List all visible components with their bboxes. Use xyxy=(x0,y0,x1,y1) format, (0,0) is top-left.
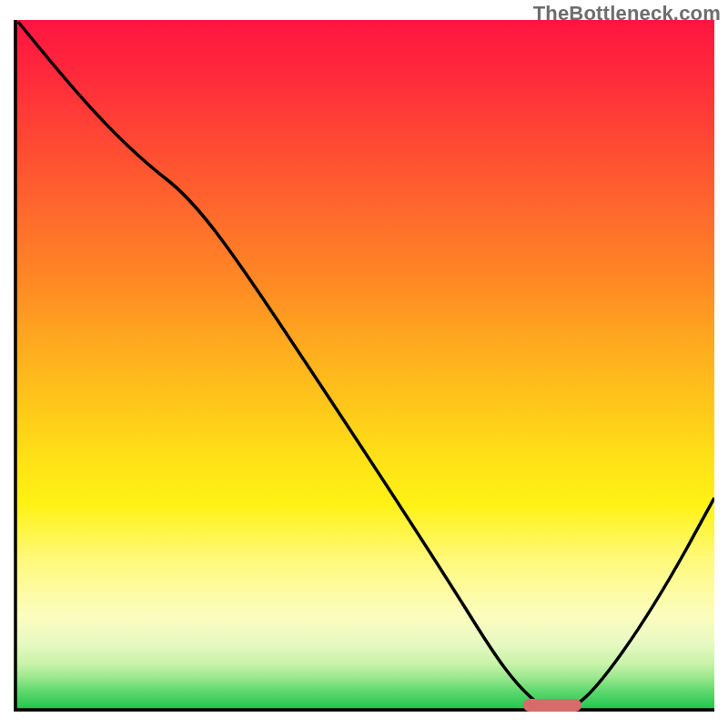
chart-svg xyxy=(14,20,714,712)
watermark-label: TheBottleneck.com xyxy=(533,2,721,25)
bottleneck-curve xyxy=(18,22,714,704)
axis-frame xyxy=(15,20,714,710)
plot-area xyxy=(14,20,714,712)
bottleneck-chart: TheBottleneck.com xyxy=(0,0,728,728)
optimum-marker xyxy=(523,699,581,712)
